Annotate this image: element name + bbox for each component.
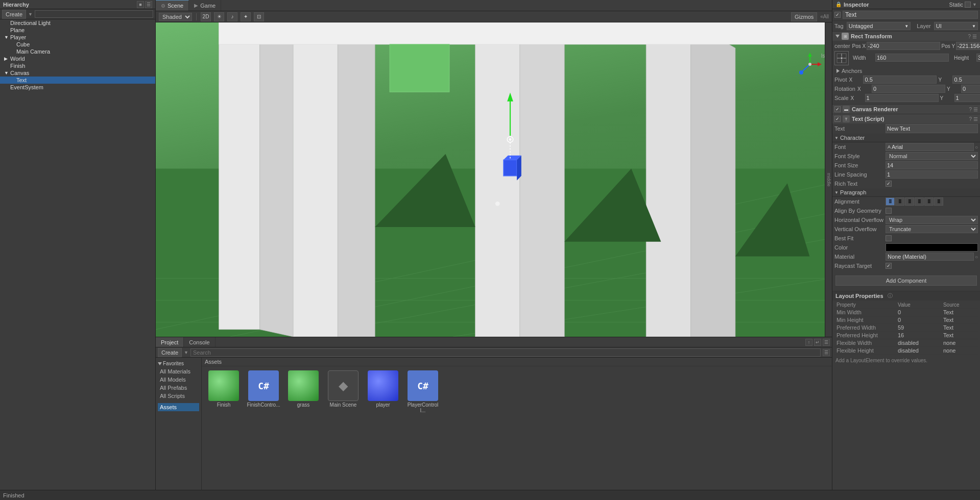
- favorites-item-prefabs[interactable]: All Prefabs: [158, 384, 199, 392]
- anchors-foldout[interactable]: Anchors: [836, 68, 862, 74]
- font-size-input[interactable]: [886, 161, 978, 169]
- shade-mode-select[interactable]: Shaded: [159, 13, 192, 21]
- project-icon1[interactable]: ↑: [805, 339, 812, 346]
- asset-item-grass[interactable]: grass: [285, 370, 321, 413]
- project-icon3[interactable]: ☰: [823, 339, 830, 346]
- font-select-btn[interactable]: ○: [975, 144, 978, 150]
- align-right-btn[interactable]: ≣: [905, 197, 914, 206]
- favorites-item-models[interactable]: All Models: [158, 376, 199, 384]
- project-search-input[interactable]: [190, 348, 821, 357]
- hierarchy-item-cube[interactable]: Cube: [0, 41, 155, 48]
- rot-x-input[interactable]: [872, 85, 945, 93]
- text-script-section[interactable]: ✓ T Text (Script) ? ☰: [832, 114, 980, 123]
- asset-item-playercontrol[interactable]: C# PlayerControll...: [405, 370, 441, 413]
- static-checkbox[interactable]: [965, 2, 971, 8]
- hierarchy-menu-btn[interactable]: ☰: [145, 1, 152, 8]
- console-tab[interactable]: Console: [184, 337, 215, 347]
- ts-checkbox[interactable]: ✓: [834, 116, 841, 122]
- hierarchy-lock-btn[interactable]: ■: [137, 1, 144, 8]
- hierarchy-create-btn[interactable]: Create: [2, 10, 26, 19]
- align-center-btn[interactable]: ≣: [895, 197, 904, 206]
- rt-height-input[interactable]: [976, 54, 980, 62]
- hierarchy-item-player[interactable]: ▼ Player: [0, 34, 155, 41]
- rt-anchor-icon[interactable]: [834, 51, 849, 65]
- rt-posx-input[interactable]: [867, 42, 940, 50]
- align-top-btn[interactable]: ≣: [915, 197, 924, 206]
- audio-btn[interactable]: ♪: [227, 12, 237, 21]
- horiz-overflow-select[interactable]: Wrap Overflow: [886, 216, 978, 224]
- paragraph-section[interactable]: ▼ Paragraph: [832, 188, 980, 197]
- project-console-panel: Project Console ↑ ↵ ☰ Create: [156, 337, 832, 490]
- hierarchy-item-event-system[interactable]: EventSystem: [0, 84, 155, 91]
- game-tab[interactable]: ▶ Game: [189, 0, 221, 11]
- font-style-select[interactable]: Normal: [886, 152, 978, 160]
- hierarchy-search[interactable]: [35, 10, 153, 18]
- go-active-checkbox[interactable]: ✓: [834, 12, 841, 18]
- canvas-renderer-section[interactable]: ✓ ▬ Canvas Renderer ? ☰: [832, 104, 980, 114]
- color-value[interactable]: [886, 243, 978, 252]
- rt-menu-btn[interactable]: ☰: [972, 34, 977, 39]
- cr-menu-btn[interactable]: ☰: [973, 107, 978, 112]
- align-left-btn[interactable]: ≣: [886, 197, 895, 206]
- hierarchy-item-canvas[interactable]: ▼ Canvas: [0, 69, 155, 77]
- cr-checkbox[interactable]: ✓: [834, 106, 841, 112]
- hierarchy-item-plane[interactable]: Plane: [0, 27, 155, 34]
- vert-overflow-select[interactable]: Truncate Overflow: [886, 225, 978, 233]
- pivot-x-input[interactable]: [863, 76, 937, 84]
- inspector-lock-icon[interactable]: 🔒: [835, 2, 842, 7]
- add-component-btn[interactable]: Add Component: [835, 276, 977, 286]
- tag-value[interactable]: Untagged ▼: [847, 22, 911, 30]
- rt-width-input[interactable]: [875, 54, 949, 62]
- asset-item-main-scene[interactable]: ◆ Main Scene: [325, 370, 361, 413]
- rt-posx-field: Pos X: [852, 42, 940, 50]
- rt-posy-input[interactable]: [956, 42, 980, 50]
- align-geo-checkbox[interactable]: [886, 208, 892, 214]
- ts-menu-btn[interactable]: ☰: [973, 116, 978, 122]
- gizmos-btn[interactable]: Gizmos: [791, 12, 817, 21]
- ts-context-btn[interactable]: ?: [969, 116, 972, 122]
- rect-transform-section[interactable]: ⊞ Rect Transform ? ☰: [832, 31, 980, 41]
- scale-y-input[interactable]: [954, 94, 980, 102]
- camera-btn[interactable]: ⊡: [254, 12, 264, 21]
- rot-y-input[interactable]: [961, 85, 980, 93]
- material-select-btn[interactable]: ○: [975, 254, 978, 260]
- favorites-item-scripts[interactable]: All Scripts: [158, 392, 199, 400]
- project-tab[interactable]: Project: [156, 337, 184, 347]
- best-fit-checkbox[interactable]: [886, 235, 892, 241]
- asset-item-player[interactable]: player: [365, 370, 401, 413]
- asset-item-finish[interactable]: Finish: [206, 370, 242, 413]
- effects-btn[interactable]: ✦: [241, 12, 251, 21]
- scene-tab[interactable]: ⚙ Scene: [156, 0, 189, 11]
- asset-item-finishcontro[interactable]: C# FinishContro...: [246, 370, 281, 413]
- pivot-y-input[interactable]: [952, 76, 980, 84]
- align-bottom-btn[interactable]: ≣: [934, 197, 943, 206]
- hierarchy-item-world[interactable]: ▶ World: [0, 55, 155, 62]
- line-spacing-input[interactable]: [886, 170, 978, 179]
- raycast-checkbox[interactable]: ✓: [886, 263, 892, 269]
- lighting-btn[interactable]: ☀: [214, 12, 224, 21]
- para-section-label: Paragraph: [840, 189, 866, 195]
- 2d-toggle-btn[interactable]: 2D: [201, 12, 211, 21]
- go-name-field[interactable]: [843, 11, 978, 19]
- svg-marker-11: [338, 22, 375, 337]
- hierarchy-item-directional-light[interactable]: Directional Light: [0, 19, 155, 27]
- project-create-btn[interactable]: Create: [158, 348, 182, 357]
- assets-area: Assets Finish: [202, 358, 832, 490]
- assets-item-selected[interactable]: Assets: [158, 403, 199, 411]
- scene-view[interactable]: Iso middle: [156, 22, 832, 337]
- favorites-item-materials[interactable]: All Materials: [158, 367, 199, 376]
- scale-x-input[interactable]: [865, 94, 939, 102]
- static-arrow[interactable]: ▼: [972, 2, 977, 7]
- ts-text-input[interactable]: [886, 124, 978, 133]
- align-middle-btn[interactable]: ≣: [924, 197, 934, 206]
- hierarchy-item-main-camera[interactable]: Main Camera: [0, 48, 155, 55]
- character-section[interactable]: ▼ Character: [832, 134, 980, 142]
- rich-text-checkbox[interactable]: ✓: [886, 181, 892, 187]
- layer-value[interactable]: UI ▼: [934, 22, 978, 30]
- project-icon2[interactable]: ↵: [814, 339, 821, 346]
- hierarchy-item-finish[interactable]: Finish: [0, 62, 155, 69]
- rt-context-btn[interactable]: ?: [968, 34, 971, 39]
- search-options-btn[interactable]: ☰: [823, 349, 830, 356]
- hierarchy-item-text[interactable]: Text: [0, 77, 155, 84]
- cr-context-btn[interactable]: ?: [969, 107, 972, 112]
